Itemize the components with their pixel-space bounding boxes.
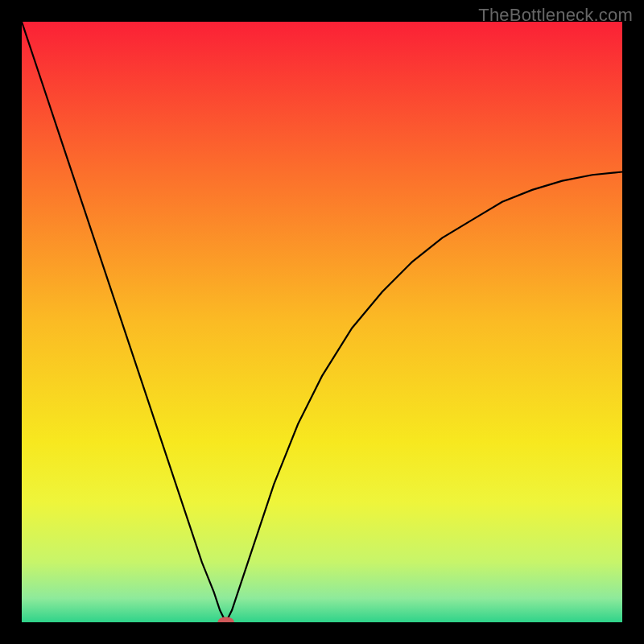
watermark-text: TheBottleneck.com — [478, 5, 633, 26]
plot-area — [22, 22, 622, 622]
minimum-marker — [217, 617, 234, 622]
chart-frame: TheBottleneck.com — [0, 0, 644, 644]
bottleneck-curve — [22, 22, 622, 622]
